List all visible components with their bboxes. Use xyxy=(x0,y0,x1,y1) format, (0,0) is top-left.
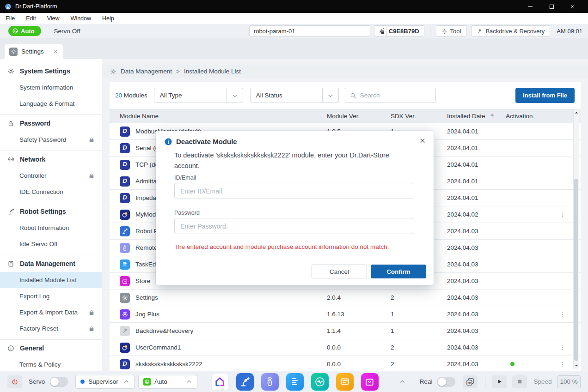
play-button[interactable] xyxy=(492,375,507,388)
dock-app-home[interactable] xyxy=(211,373,229,391)
robot-param-input[interactable] xyxy=(249,25,370,36)
close-button[interactable] xyxy=(562,0,583,13)
menu-file[interactable]: File xyxy=(6,15,15,22)
dock-app-remote-control[interactable] xyxy=(261,373,279,391)
kebab-menu-icon[interactable] xyxy=(559,344,566,351)
module-row-backdrive-recovery[interactable]: Backdrive&Recovery1.1.412024.04.03 xyxy=(110,323,581,339)
sidebar-section-general[interactable]: General xyxy=(0,340,102,356)
dock-app-robot-params[interactable] xyxy=(236,373,254,391)
dock-expand-icon[interactable] xyxy=(399,379,405,385)
search-input[interactable] xyxy=(360,92,431,99)
sidebar-section-network[interactable]: Network xyxy=(0,151,102,168)
power-button[interactable] xyxy=(7,375,22,388)
sidebar-item-export-import-data[interactable]: Export & Import Data xyxy=(0,304,102,320)
clock-text: AM 09:01 xyxy=(557,28,582,35)
kebab-menu-icon[interactable] xyxy=(559,361,566,368)
installed-date: 2024.04.03 xyxy=(447,361,506,368)
3d-icon: 3D xyxy=(466,377,475,386)
dialog-close-icon[interactable] xyxy=(419,138,426,144)
status-bar: Servo Supervisor Auto Real 3D Speed 100 … xyxy=(0,371,588,392)
auto-mode-mini-icon xyxy=(143,378,151,386)
sidebar-section-data-management[interactable]: Data Management xyxy=(0,255,102,272)
module-row-usercommand1[interactable]: UserCommand10.0.022024.04.03 xyxy=(110,339,581,356)
servo-toggle[interactable] xyxy=(49,377,68,387)
password-field[interactable] xyxy=(174,218,413,234)
sidebar-item-terms-policy[interactable]: Terms & Policy xyxy=(0,356,102,371)
vertical-scrollbar[interactable] xyxy=(573,109,579,369)
speed-label: Speed xyxy=(533,378,551,385)
col-installed-date[interactable]: Installed Date xyxy=(447,113,506,120)
menu-window[interactable]: Window xyxy=(71,15,91,22)
confirm-button[interactable]: Confirm xyxy=(371,265,426,278)
deactivate-module-dialog: Deactivate Module To deactivate 'sksksks… xyxy=(156,131,434,285)
tab-close-icon[interactable] xyxy=(53,49,58,54)
sort-ascending-icon xyxy=(489,113,495,119)
module-row-jog-plus[interactable]: Jog Plus1.6.1312024.04.03 xyxy=(110,306,581,323)
minimize-icon xyxy=(527,4,533,9)
module-row-settings[interactable]: Settings2.0.422024.04.03 xyxy=(110,289,581,306)
backdrive-recovery-button[interactable]: Backdrive & Recovery xyxy=(471,25,550,36)
module-icon: D xyxy=(120,160,130,170)
menu-help[interactable]: Help xyxy=(102,15,114,22)
mode-select[interactable]: Auto xyxy=(138,375,197,389)
status-filter-select[interactable]: All Status xyxy=(250,88,339,103)
sidebar-item-controller[interactable]: Controller xyxy=(0,168,102,184)
module-icon xyxy=(120,326,130,336)
module-ver: 2.0.4 xyxy=(327,294,391,301)
installed-date: 2024.04.03 xyxy=(447,261,506,268)
scroll-up-arrow-icon[interactable] xyxy=(574,109,579,116)
sidebar-item-idle-servo-off[interactable]: Idle Servo Off xyxy=(0,236,102,252)
real-sim-toggle[interactable] xyxy=(437,377,455,387)
chevron-down-icon xyxy=(227,88,243,103)
dock-app-message[interactable] xyxy=(336,373,354,391)
sidebar-item-robot-information[interactable]: Robot Information xyxy=(0,220,102,236)
sidebar-item-factory-reset[interactable]: Factory Reset xyxy=(0,320,102,337)
module-icon xyxy=(120,259,130,270)
servo-status-text: Servo Off xyxy=(54,28,80,35)
cancel-button[interactable]: Cancel xyxy=(312,265,367,278)
id-email-field[interactable] xyxy=(174,183,413,199)
module-icon: D xyxy=(120,143,130,153)
lock-icon xyxy=(88,309,95,316)
sidebar-section-system-settings[interactable]: System Settings xyxy=(0,63,102,79)
kebab-menu-icon[interactable] xyxy=(559,211,566,218)
sidebar-item-safety-password[interactable]: Safety Password xyxy=(0,132,102,148)
sdk-ver: 2 xyxy=(391,294,447,301)
module-row-skskskskskskksksk2222[interactable]: Dskskskskskskksksk22220.0.022024.04.03 xyxy=(110,356,581,371)
user-role-select[interactable]: Supervisor xyxy=(75,375,135,389)
install-from-file-button[interactable]: Install from File xyxy=(515,88,575,103)
dock-app-monitoring[interactable] xyxy=(311,373,329,391)
sidebar-item-export-log[interactable]: Export Log xyxy=(0,288,102,304)
sidebar-item-ide-connection[interactable]: IDE Connection xyxy=(0,184,102,200)
3d-view-button[interactable]: 3D xyxy=(463,375,478,388)
dock-app-store[interactable] xyxy=(361,373,379,391)
robot-serial-chip[interactable]: C9E8B79D xyxy=(374,25,424,36)
installed-date: 2024.04.01 xyxy=(447,145,506,151)
auto-mode-badge[interactable]: Auto xyxy=(8,26,41,36)
installed-date: 2024.04.03 xyxy=(447,244,506,251)
minimize-button[interactable] xyxy=(520,0,541,13)
tool-button[interactable]: Tool xyxy=(436,25,467,36)
scrollbar-thumb[interactable] xyxy=(574,179,578,361)
menu-edit[interactable]: Edit xyxy=(26,15,36,22)
activation-dot xyxy=(510,362,514,366)
speed-value[interactable]: 100 % xyxy=(557,375,581,388)
application-window: Dr.Dart-Platform File Edit View Window H… xyxy=(0,0,588,392)
maximize-button[interactable] xyxy=(541,0,562,13)
search-box[interactable] xyxy=(345,88,436,103)
kebab-menu-icon[interactable] xyxy=(559,311,566,318)
dock-app-task-editor[interactable] xyxy=(286,373,304,391)
sidebar-item-language-format[interactable]: Language & Format xyxy=(0,96,102,112)
tab-settings[interactable]: Settings xyxy=(5,44,63,59)
module-icon xyxy=(120,293,130,303)
stop-button[interactable] xyxy=(512,375,527,388)
menu-view[interactable]: View xyxy=(47,15,60,22)
sidebar-section-robot-settings[interactable]: Robot Settings xyxy=(0,203,102,220)
sidebar-section-password[interactable]: Password xyxy=(0,115,102,132)
scroll-down-arrow-icon[interactable] xyxy=(574,362,579,369)
type-filter-select[interactable]: All Type xyxy=(154,88,243,103)
toolbar: Auto Servo Off C9E8B79D Tool Backdrive &… xyxy=(0,24,588,38)
sidebar-item-system-information[interactable]: System Information xyxy=(0,79,102,96)
sidebar-item-installed-module-list[interactable]: Installed Module List xyxy=(0,272,102,288)
module-icon xyxy=(120,309,130,320)
